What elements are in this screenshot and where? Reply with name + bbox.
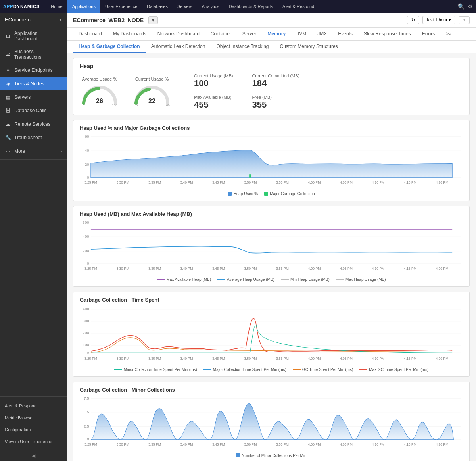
gauge-avg-usage: Average Usage % 26 0 100 (80, 77, 119, 107)
tab-events[interactable]: Events (332, 28, 358, 40)
svg-text:26: 26 (96, 98, 103, 104)
page-title: ECommerce_WEB2_NODE (73, 17, 144, 23)
nav-applications[interactable]: Applications (67, 0, 100, 13)
list-icon: ≡ (5, 67, 11, 73)
svg-text:3:30 PM: 3:30 PM (116, 357, 129, 361)
sidebar: ECommerce ▾ ⊞ Application Dashboard ⇄ Bu… (0, 13, 67, 461)
gauge-current-usage: Current Usage % 22 0 100 (132, 77, 172, 107)
tab-dashboard[interactable]: Dashboard (73, 28, 107, 40)
sidebar-item-business-transactions[interactable]: ⇄ Business Transactions (0, 45, 67, 63)
gear-icon[interactable]: ⚙ (468, 3, 473, 10)
content-topbar: ECommerce_WEB2_NODE ▾ ↻ last 1 hour ▾ ? (67, 13, 476, 28)
subtab-object-tracking[interactable]: Object Instance Tracking (211, 41, 274, 53)
svg-text:4:05 PM: 4:05 PM (340, 357, 353, 361)
time-range-button[interactable]: last 1 hour ▾ (422, 16, 455, 24)
svg-text:4:15 PM: 4:15 PM (404, 357, 416, 361)
svg-text:60: 60 (85, 134, 89, 138)
svg-text:3:30 PM: 3:30 PM (116, 181, 129, 184)
svg-text:5: 5 (87, 410, 89, 415)
svg-text:0: 0 (84, 104, 86, 107)
svg-text:3:25 PM: 3:25 PM (84, 442, 97, 446)
sidebar-item-tiers-nodes[interactable]: ◈ Tiers & Nodes (0, 77, 67, 90)
sidebar-item-remote-services[interactable]: ☁ Remote Services (0, 117, 67, 131)
sidebar-item-app-dashboard[interactable]: ⊞ Application Dashboard (0, 27, 67, 45)
svg-text:4:20 PM: 4:20 PM (436, 266, 448, 270)
chart3-title: Garbage Collection - Time Spent (80, 297, 463, 303)
svg-text:4:00 PM: 4:00 PM (308, 357, 321, 361)
svg-text:4:20 PM: 4:20 PM (436, 181, 448, 184)
chart-heap-mb: Heap Used (MB) and Max Available Heap (M… (73, 206, 470, 287)
sidebar-toggle[interactable]: ◀ (0, 451, 67, 461)
nav-analytics[interactable]: Analytics (197, 0, 224, 13)
tab-bar: Dashboard My Dashboards Network Dashboar… (67, 28, 476, 41)
exchange-icon: ⇄ (5, 51, 11, 58)
tab-more[interactable]: >> (440, 28, 457, 40)
svg-text:3:55 PM: 3:55 PM (276, 442, 289, 446)
sidebar-item-metric-browser[interactable]: Metric Browser (0, 412, 67, 424)
tab-container[interactable]: Container (205, 28, 237, 40)
search-icon[interactable]: 🔍 (458, 3, 464, 10)
svg-text:4:15 PM: 4:15 PM (404, 181, 416, 184)
nav-databases[interactable]: Databases (142, 0, 173, 13)
svg-text:22: 22 (148, 98, 155, 104)
svg-text:4:05 PM: 4:05 PM (340, 266, 353, 270)
chart-heap-used-pct: Heap Used % and Major Garbage Collection… (73, 120, 470, 201)
subtab-heap-gc[interactable]: Heap & Garbage Collection (73, 41, 146, 53)
legend-avg-color (217, 279, 225, 280)
chart2-svg: 600 400 200 0 3:25 PM 3:30 PM 3:35 PM 3:… (80, 219, 463, 274)
nav-alert[interactable]: Alert & Respond (278, 0, 319, 13)
svg-text:40: 40 (85, 148, 89, 152)
svg-text:4:00 PM: 4:00 PM (308, 442, 321, 446)
tab-my-dashboards[interactable]: My Dashboards (107, 28, 152, 40)
sidebar-item-alert-respond[interactable]: Alert & Respond (0, 400, 67, 412)
sidebar-item-troubleshoot[interactable]: 🔧 Troubleshoot › (0, 131, 67, 144)
legend-avg-heap: Average Heap Usage (MB) (217, 277, 274, 282)
svg-text:4:10 PM: 4:10 PM (372, 357, 384, 361)
server-icon: ▤ (5, 94, 11, 100)
subtab-custom-memory[interactable]: Custom Memory Structures (274, 41, 344, 53)
svg-text:3:50 PM: 3:50 PM (244, 266, 257, 270)
legend-max-heap: Max Heap Usage (MB) (336, 277, 386, 282)
sidebar-header[interactable]: ECommerce ▾ (0, 13, 67, 27)
sidebar-item-more[interactable]: ⋯ More › (0, 144, 67, 158)
nav-user-experience[interactable]: User Experience (100, 0, 142, 13)
tab-slow-response[interactable]: Slow Response Times (358, 28, 416, 40)
svg-text:3:25 PM: 3:25 PM (84, 181, 97, 184)
legend-major-color (203, 369, 211, 370)
svg-text:0: 0 (87, 175, 89, 179)
svg-text:100: 100 (164, 104, 170, 107)
sidebar-item-configuration[interactable]: Configuration (0, 424, 67, 436)
svg-text:4:20 PM: 4:20 PM (436, 442, 448, 446)
refresh-button[interactable]: ↻ (407, 16, 419, 24)
sidebar-item-service-endpoints[interactable]: ≡ Service Endpoints (0, 63, 67, 77)
help-button[interactable]: ? (459, 16, 470, 24)
sidebar-item-servers[interactable]: ▤ Servers (0, 90, 67, 104)
tab-errors[interactable]: Errors (416, 28, 441, 40)
svg-text:3:45 PM: 3:45 PM (212, 181, 225, 184)
svg-text:3:50 PM: 3:50 PM (244, 181, 257, 184)
sidebar-bottom: Alert & Respond Metric Browser Configura… (0, 396, 67, 451)
tab-jmx[interactable]: JMX (312, 28, 332, 40)
node-dropdown[interactable]: ▾ (148, 16, 158, 24)
tab-jvm[interactable]: JVM (291, 28, 312, 40)
sidebar-collapse-arrow[interactable]: ▾ (60, 17, 62, 22)
tab-server[interactable]: Server (237, 28, 262, 40)
subtab-leak-detection[interactable]: Automatic Leak Detection (146, 41, 211, 53)
chart1-svg: 60 40 20 0 (80, 133, 463, 188)
svg-text:3:35 PM: 3:35 PM (148, 442, 161, 446)
nav-servers[interactable]: Servers (173, 0, 197, 13)
svg-text:3:45 PM: 3:45 PM (212, 357, 225, 361)
svg-text:3:30 PM: 3:30 PM (116, 266, 129, 270)
legend-max-color (157, 279, 165, 280)
nav-home[interactable]: Home (46, 0, 67, 13)
tab-network-dashboard[interactable]: Network Dashboard (152, 28, 205, 40)
legend-major-gc-color (264, 192, 268, 196)
legend-maxgc-color (359, 369, 367, 370)
sidebar-item-view-user-exp[interactable]: View in User Experience (0, 436, 67, 448)
heap-summary: Average Usage % 26 0 100 (80, 73, 463, 110)
gauge-current-svg: 22 0 100 (132, 83, 172, 107)
nav-dashboards[interactable]: Dashboards & Reports (224, 0, 278, 13)
sidebar-item-database-calls[interactable]: 🗄 Database Calls (0, 104, 67, 117)
tab-memory[interactable]: Memory (262, 28, 291, 40)
stat-free: Free (MB) 355 (252, 95, 299, 110)
